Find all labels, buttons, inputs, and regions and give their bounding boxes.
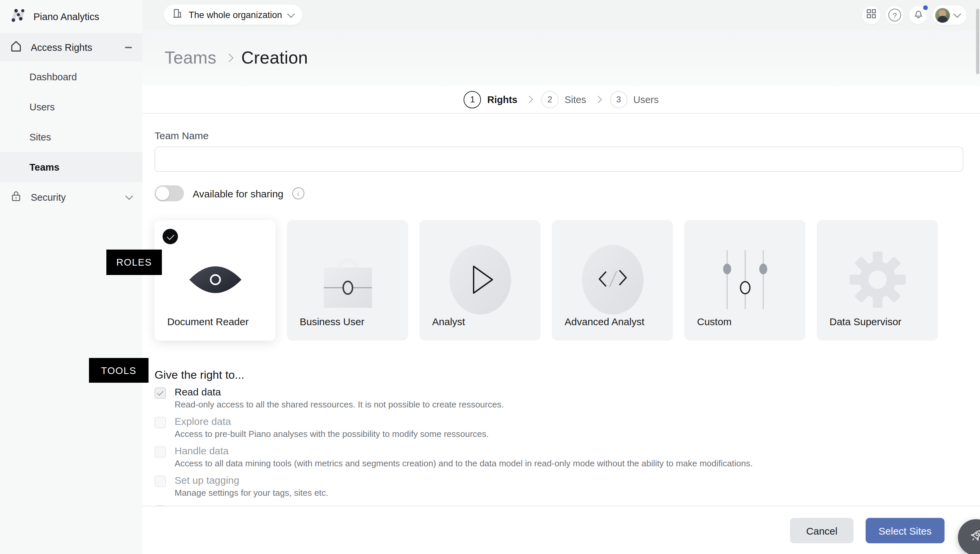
user-menu[interactable]: [932, 5, 967, 25]
brand-name: Piano Analytics: [33, 11, 99, 22]
sidebar-item-label: Dashboard: [29, 71, 77, 82]
sidebar: Piano Analytics Access Rights Dashboard …: [0, 0, 143, 554]
sidebar-section-label: Access Rights: [31, 42, 117, 53]
building-icon: [172, 8, 183, 21]
help-button[interactable]: ?: [886, 6, 904, 24]
step-rights[interactable]: 1 Rights: [464, 91, 517, 108]
right-description: Manage settings for your tags, sites etc…: [175, 488, 328, 498]
piano-analytics-logo-icon: [10, 7, 27, 27]
scrollbar-thumb[interactable]: [976, 9, 979, 74]
step-label: Sites: [565, 94, 586, 105]
grid-icon: [866, 9, 876, 21]
checkbox-unchecked[interactable]: [154, 446, 166, 458]
breadcrumb-chevron-icon: [224, 54, 233, 62]
sharing-label: Available for sharing: [192, 188, 283, 199]
sidebar-section-security[interactable]: Security: [0, 182, 143, 212]
role-card-custom[interactable]: Custom: [684, 220, 805, 341]
right-item-handle-data: Handle data Access to all data mining to…: [154, 445, 963, 468]
right-label: Handle data: [175, 445, 752, 457]
role-card-label: Custom: [697, 316, 732, 327]
step-number: 3: [610, 91, 627, 108]
selected-check-icon: [162, 229, 178, 244]
cancel-button[interactable]: Cancel: [790, 518, 854, 543]
chevron-down-icon: [954, 10, 961, 18]
notifications-button[interactable]: [909, 6, 927, 24]
sidebar-item-label: Users: [29, 101, 55, 112]
checkbox-unchecked[interactable]: [154, 476, 166, 487]
right-description: Access to all data mining tools (with me…: [175, 458, 752, 468]
info-icon[interactable]: i: [292, 187, 304, 199]
stepper: 1 Rights 2 Sites 3 Users: [143, 86, 980, 114]
gear-icon: [817, 244, 938, 315]
topbar-actions: ?: [862, 0, 967, 30]
checkbox-checked[interactable]: [154, 387, 166, 399]
page-title: Creation: [241, 48, 308, 68]
role-card-label: Advanced Analyst: [565, 316, 644, 327]
sidebar-section-label: Security: [31, 192, 118, 202]
role-card-label: Data Supervisor: [829, 316, 901, 327]
step-number: 1: [464, 91, 481, 108]
step-users[interactable]: 3 Users: [610, 91, 659, 108]
apps-grid-button[interactable]: [862, 6, 880, 24]
right-description: Access to pre-built Piano analyses with …: [175, 429, 488, 439]
step-sites[interactable]: 2 Sites: [541, 91, 586, 108]
play-icon: [419, 244, 541, 315]
team-name-label: Team Name: [154, 130, 963, 141]
checkbox-unchecked[interactable]: [154, 417, 166, 428]
topbar: The whole organization ?: [143, 0, 980, 30]
rights-list: Read data Read-only access to all the sh…: [154, 386, 963, 506]
avatar: [935, 8, 950, 22]
help-icon: ?: [888, 9, 901, 21]
rights-heading: Give the right to...: [154, 369, 963, 382]
step-label: Rights: [487, 94, 517, 105]
breadcrumb: Teams Creation: [165, 48, 308, 68]
sidebar-item-teams[interactable]: Teams: [0, 152, 143, 182]
sidebar-item-label: Sites: [29, 132, 51, 142]
chevron-down-icon: [287, 10, 295, 18]
right-label: Set up tagging: [175, 474, 328, 486]
page-header: Teams Creation: [143, 30, 980, 86]
sidebar-item-users[interactable]: Users: [0, 92, 143, 122]
available-for-sharing-toggle[interactable]: [154, 185, 184, 201]
chevron-right-icon: [526, 96, 533, 103]
home-icon: [10, 40, 23, 56]
toggle-knob: [156, 187, 169, 200]
bell-icon: [913, 8, 923, 22]
breadcrumb-parent[interactable]: Teams: [165, 48, 216, 68]
right-label: Read data: [175, 386, 504, 398]
sidebar-item-sites[interactable]: Sites: [0, 122, 143, 152]
role-cards: Document Reader: [154, 220, 963, 341]
right-item-set-up-tagging: Set up tagging Manage settings for your …: [154, 474, 963, 497]
sharing-toggle-row: Available for sharing i: [154, 185, 963, 201]
role-card-data-supervisor[interactable]: Data Supervisor: [817, 220, 938, 341]
team-name-input[interactable]: [154, 146, 963, 172]
role-card-label: Analyst: [432, 316, 465, 327]
rocket-icon: [967, 527, 980, 547]
briefcase-icon: [287, 244, 408, 315]
role-card-advanced-analyst[interactable]: Advanced Analyst: [552, 220, 673, 341]
lock-icon: [10, 189, 23, 205]
organization-selector[interactable]: The whole organization: [164, 5, 302, 25]
sidebar-item-dashboard[interactable]: Dashboard: [0, 62, 143, 92]
launcher-fab[interactable]: [958, 519, 980, 554]
select-sites-button[interactable]: Select Sites: [865, 518, 945, 543]
notification-dot-badge: [923, 5, 928, 10]
role-card-analyst[interactable]: Analyst: [419, 220, 541, 341]
chevron-right-icon: [594, 96, 601, 103]
sidebar-item-label: Teams: [29, 162, 59, 172]
right-item-read-data: Read data Read-only access to all the sh…: [154, 386, 963, 409]
role-card-business-user[interactable]: Business User: [287, 220, 408, 341]
team-creation-panel: 1 Rights 2 Sites 3 Users Team Name Avail…: [143, 86, 980, 506]
sidebar-section-access-rights[interactable]: Access Rights: [0, 33, 143, 62]
right-label: Explore data: [175, 416, 488, 428]
roles-tag: ROLES: [107, 250, 162, 275]
role-card-label: Business User: [300, 316, 364, 327]
chevron-down-icon: [126, 193, 133, 200]
footer-buttons: Cancel Select Sites: [790, 518, 945, 543]
role-card-document-reader[interactable]: Document Reader: [154, 220, 275, 341]
eye-icon: [154, 244, 275, 315]
brand: Piano Analytics: [0, 0, 143, 33]
step-label: Users: [633, 94, 659, 105]
collapse-minus-icon[interactable]: [125, 47, 132, 48]
code-icon: [552, 244, 673, 315]
